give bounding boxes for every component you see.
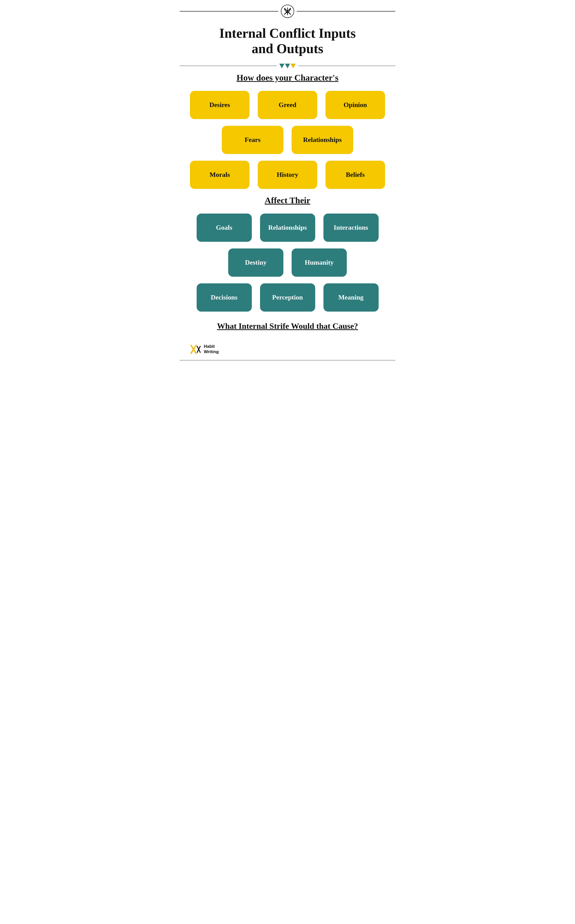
arrow-teal-1 [279,64,284,68]
brand-logo-svg [190,344,201,355]
box-beliefs: Beliefs [326,161,385,189]
box-perception: Perception [260,283,315,311]
box-greed: Greed [258,91,317,119]
brand-name: Habit Writing [204,344,219,354]
logo-svg [283,7,292,16]
bottom-brand: Habit Writing [180,341,396,357]
brand-logo [190,344,201,355]
box-decisions: Decisions [197,283,252,311]
top-logo-bar [180,0,396,18]
arrow-divider [180,64,396,68]
outputs-row3: Decisions Perception Meaning [180,283,396,311]
inputs-row2: Fears Relationships [180,126,396,154]
box-interactions: Interactions [323,214,379,242]
box-destiny: Destiny [228,248,283,277]
box-relationships-input: Relationships [292,126,353,154]
top-line-right [297,11,396,11]
box-desires: Desires [190,91,249,119]
box-relationships-output: Relationships [260,214,315,242]
divider-line-right [298,66,396,66]
page: Internal Conflict Inputs and Outputs How… [180,0,396,371]
box-meaning: Meaning [323,283,379,311]
section2-heading: Affect Their [180,195,396,205]
inputs-row3: Morals History Beliefs [180,161,396,189]
logo-circle [281,5,294,18]
outputs-row1: Goals Relationships Interactions [180,214,396,242]
box-goals: Goals [197,214,252,242]
divider-line-left [180,66,277,66]
box-opinion: Opinion [326,91,385,119]
inputs-row1: Desires Greed Opinion [180,91,396,119]
box-history: History [258,161,317,189]
top-line-left [180,11,278,11]
arrow-gold [291,64,296,68]
box-morals: Morals [190,161,249,189]
arrow-group [279,64,296,68]
section3-heading: What Internal Strife Would that Cause? [195,321,380,331]
section1-heading: How does your Character's [180,73,396,83]
main-title: Internal Conflict Inputs and Outputs [180,18,396,56]
outputs-row2: Destiny Humanity [180,248,396,277]
box-fears: Fears [222,126,283,154]
arrow-teal-2 [285,64,290,68]
bottom-line [180,360,396,360]
box-humanity: Humanity [292,248,347,277]
